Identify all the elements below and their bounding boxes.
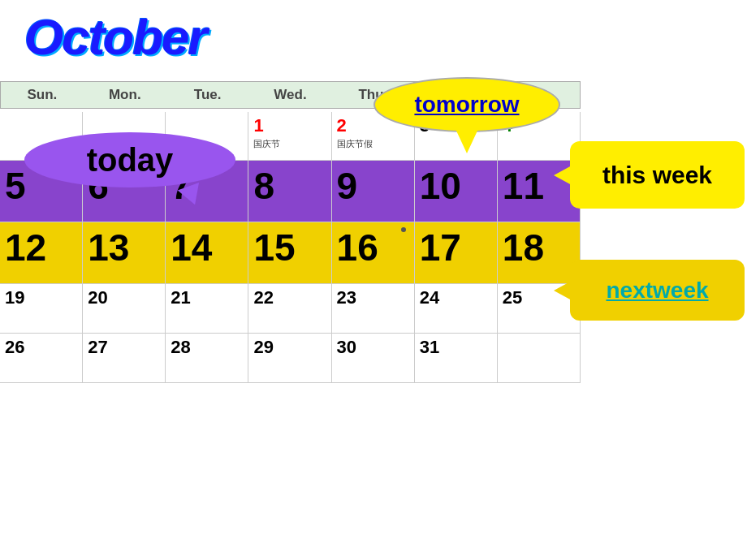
cal-cell-oct13: 13 bbox=[83, 222, 166, 283]
cal-cell-oct8: 8 bbox=[248, 161, 331, 222]
day-mon: Mon. bbox=[84, 82, 166, 108]
day-sun: Sun. bbox=[1, 82, 84, 108]
dot-icon bbox=[401, 227, 406, 232]
cal-cell-oct26: 26 bbox=[0, 334, 83, 382]
calendar-row-3: 12 13 14 15 16 17 18 bbox=[0, 222, 581, 284]
cal-cell-oct-empty bbox=[498, 334, 581, 382]
cal-cell-oct30: 30 bbox=[332, 334, 415, 382]
cal-cell-oct27: 27 bbox=[83, 334, 166, 382]
cal-cell-oct1: 1 国庆节 bbox=[248, 112, 331, 160]
cal-cell-oct21: 21 bbox=[166, 284, 248, 333]
cal-cell-oct20: 20 bbox=[83, 284, 166, 333]
today-bubble: today bbox=[24, 132, 235, 187]
cal-cell-oct22: 22 bbox=[248, 284, 331, 333]
cal-cell-oct15: 15 bbox=[248, 222, 331, 283]
cal-cell-oct12: 12 bbox=[0, 222, 83, 283]
october-title: October bbox=[24, 8, 206, 66]
cal-cell-oct28: 28 bbox=[166, 334, 248, 382]
day-wed: Wed. bbox=[249, 82, 332, 108]
nextweek-bubble: nextweek bbox=[570, 260, 745, 321]
today-label: today bbox=[87, 142, 174, 179]
calendar-row-4: 19 20 21 22 23 24 25 bbox=[0, 284, 581, 334]
cal-cell-oct9: 9 bbox=[332, 161, 415, 222]
cal-cell-oct18: 18 bbox=[498, 222, 581, 283]
cal-cell-oct14: 14 bbox=[166, 222, 248, 283]
cal-cell-oct24: 24 bbox=[415, 284, 498, 333]
cal-cell-oct10: 10 bbox=[415, 161, 498, 222]
cal-cell-oct16: 16 bbox=[332, 222, 415, 283]
tomorrow-bubble: tomorrow bbox=[374, 77, 560, 132]
cal-cell-oct23: 23 bbox=[332, 284, 415, 333]
nextweek-label: nextweek bbox=[606, 278, 708, 304]
cal-cell-oct29: 29 bbox=[248, 334, 331, 382]
tomorrow-label: tomorrow bbox=[414, 92, 519, 118]
cal-cell-oct19: 19 bbox=[0, 284, 83, 333]
thisweek-bubble: this week bbox=[570, 141, 745, 209]
calendar-row-5: 26 27 28 29 30 31 bbox=[0, 334, 581, 383]
thisweek-label: this week bbox=[602, 162, 712, 188]
cal-cell-oct17: 17 bbox=[415, 222, 498, 283]
cal-cell-oct31: 31 bbox=[415, 334, 498, 382]
day-tue: Tue. bbox=[166, 82, 249, 108]
